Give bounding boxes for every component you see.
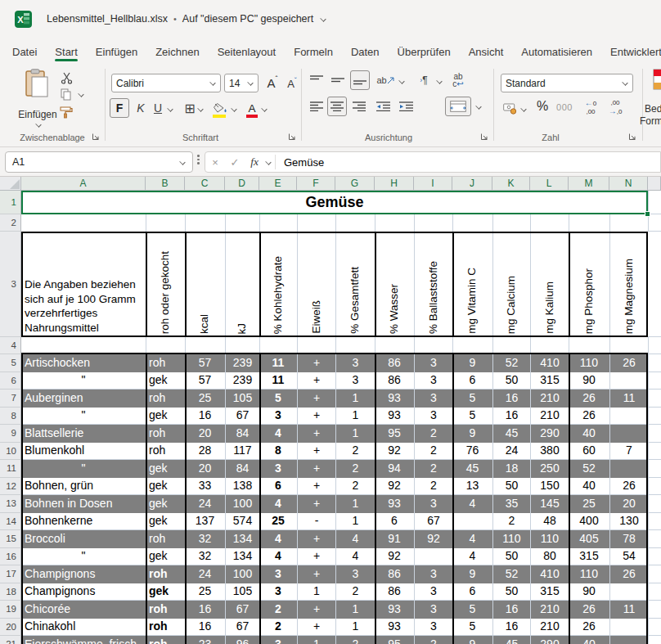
cell-E5[interactable]: 11 [259,354,297,372]
cell-right-margin[interactable] [648,443,661,461]
col-header-J[interactable]: J [452,177,492,191]
cell-L13[interactable]: 145 [530,495,569,513]
cell-right-margin[interactable] [648,565,661,583]
cell-M2[interactable] [569,214,609,232]
formula-bar-handle[interactable] [197,155,200,164]
cell-G13[interactable]: 1 [335,495,375,513]
cell-G6[interactable]: 3 [335,372,375,390]
cell-H3[interactable]: % Wasser [375,232,414,337]
cell-G14[interactable]: 1 [335,513,375,531]
cell-K9[interactable]: 45 [492,425,530,443]
text-direction-chevron-icon[interactable] [435,78,443,85]
cell-A6[interactable]: " [21,372,146,390]
col-header-K[interactable]: K [492,177,530,191]
cell-N7[interactable]: 11 [609,390,648,408]
cell-F7[interactable]: + [297,390,335,408]
accounting-chevron-icon[interactable] [519,106,527,113]
col-header-H[interactable]: H [375,177,414,191]
cell-C15[interactable]: 32 [185,530,225,548]
orientation-button[interactable]: ab [376,72,394,88]
row-header-20[interactable]: 20 [0,619,21,637]
cell-I18[interactable]: 3 [414,583,452,601]
cell-B15[interactable]: roh [146,530,185,548]
percent-button[interactable]: % [533,97,551,116]
cell-F16[interactable]: + [297,548,335,566]
save-status[interactable]: Auf "diesem PC" gespeichert [182,13,313,25]
cell-G7[interactable]: 1 [335,390,375,408]
col-header-partial[interactable] [648,177,661,191]
ribbon-tab-start[interactable]: Start [55,39,77,64]
cell-C11[interactable]: 20 [185,460,225,478]
ribbon-tab-einfügen[interactable]: Einfügen [96,39,137,64]
cell-right-margin[interactable] [648,232,661,337]
cell-M16[interactable]: 315 [569,548,609,566]
cell-M20[interactable]: 26 [569,619,609,637]
cell-C2[interactable] [185,214,225,232]
cell-K15[interactable]: 110 [492,530,530,548]
cell-G8[interactable]: 1 [335,408,375,426]
cell-E8[interactable]: 3 [259,408,297,426]
font-size-select[interactable]: 14 [224,74,259,92]
cell-N6[interactable] [609,372,648,390]
cell-L16[interactable]: 80 [530,548,569,566]
align-left-button[interactable] [308,98,326,115]
row-header-17[interactable]: 17 [0,565,21,583]
row-header-3[interactable]: 3 [0,232,21,337]
cell-H6[interactable]: 86 [375,372,414,390]
row-header-1[interactable]: 1 [0,191,21,214]
cell-C14[interactable]: 137 [185,513,225,531]
cell-K6[interactable]: 50 [492,372,530,390]
cell-J12[interactable]: 13 [452,478,492,496]
cell-D17[interactable]: 100 [225,565,259,583]
cell-N12[interactable]: 26 [609,478,648,496]
cell-right-margin[interactable] [648,513,661,531]
cell-K10[interactable]: 24 [492,443,530,461]
cell-F2[interactable] [297,214,335,232]
cell-F18[interactable]: 1 [297,583,335,601]
row-header-9[interactable]: 9 [0,425,21,443]
row-header-5[interactable]: 5 [0,354,21,372]
cell-L4[interactable] [530,337,569,354]
cell-N3[interactable]: mg Magnesium [609,232,648,337]
cell-right-margin[interactable] [648,390,661,408]
row-header-15[interactable]: 15 [0,530,21,548]
align-right-button[interactable] [350,98,368,115]
cell-L11[interactable]: 250 [530,460,569,478]
cell-right-margin[interactable] [648,548,661,566]
cell-H16[interactable]: 92 [375,548,414,566]
accounting-format-button[interactable] [501,98,519,118]
cell-D3[interactable]: kJ [225,232,259,337]
cell-E10[interactable]: 8 [259,443,297,461]
cell-M13[interactable]: 25 [569,495,609,513]
cell-A18[interactable]: Champignons [21,583,146,601]
cell-H20[interactable]: 93 [375,619,414,637]
cell-N20[interactable] [609,619,648,637]
cell-D7[interactable]: 105 [225,390,259,408]
cell-D20[interactable]: 67 [225,619,259,637]
increase-decimal-button[interactable]: ←0,00 [581,97,600,118]
cell-M17[interactable]: 110 [569,565,609,583]
cell-G2[interactable] [335,214,375,232]
cell-J6[interactable]: 6 [452,372,492,390]
cell-C20[interactable]: 16 [185,619,225,637]
cell-K3[interactable]: mg Calcium [492,232,530,337]
cell-I19[interactable]: 3 [414,601,452,619]
cell-C21[interactable]: 23 [185,636,225,644]
row-header-16[interactable]: 16 [0,548,21,566]
col-header-G[interactable]: G [335,177,375,191]
row-header-7[interactable]: 7 [0,390,21,408]
cell-N18[interactable] [609,583,648,601]
number-dialog-launcher-icon[interactable] [628,133,636,141]
col-header-L[interactable]: L [530,177,569,191]
ribbon-tab-überprüfen[interactable]: Überprüfen [398,39,451,64]
cell-B3[interactable]: roh oder gekocht [146,232,185,337]
cell-right-margin[interactable] [648,214,661,232]
cell-J13[interactable]: 4 [452,495,492,513]
row-header-2[interactable]: 2 [0,214,21,232]
cell-L10[interactable]: 380 [530,443,569,461]
cell-B20[interactable]: roh [146,619,185,637]
cell-I13[interactable]: 3 [414,495,452,513]
cell-N15[interactable]: 78 [609,530,648,548]
row-header-14[interactable]: 14 [0,513,21,531]
cell-A14[interactable]: Bohnenkerne [21,513,146,531]
